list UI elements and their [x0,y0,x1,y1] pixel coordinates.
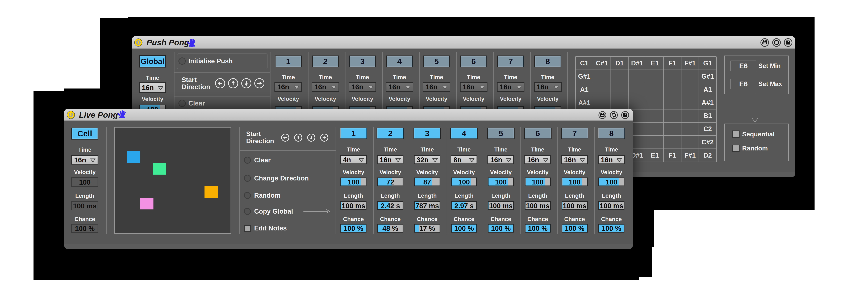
svg-text:A1: A1 [704,86,712,93]
svg-text:C1: C1 [580,60,589,67]
svg-text:D#1: D#1 [631,152,643,159]
svg-text:G#1: G#1 [578,73,591,80]
svg-text:B1: B1 [704,112,712,120]
svg-text:D#1: D#1 [631,60,643,67]
svg-text:E1: E1 [651,60,659,67]
svg-text:D2: D2 [704,152,712,159]
svg-text:C2: C2 [704,125,712,133]
svg-text:F#1: F#1 [684,152,695,159]
svg-text:G#1: G#1 [701,73,714,80]
svg-text:F1: F1 [669,60,676,67]
svg-text:A#1: A#1 [702,99,714,106]
svg-text:E1: E1 [651,152,659,159]
svg-text:A#1: A#1 [578,99,590,106]
svg-text:A1: A1 [580,86,589,93]
svg-text:C#2: C#2 [702,138,714,146]
svg-text:G1: G1 [703,60,712,67]
svg-text:C#1: C#1 [596,60,608,67]
svg-text:F1: F1 [669,152,676,159]
svg-text:F#1: F#1 [684,60,695,67]
svg-text:D1: D1 [615,60,624,67]
